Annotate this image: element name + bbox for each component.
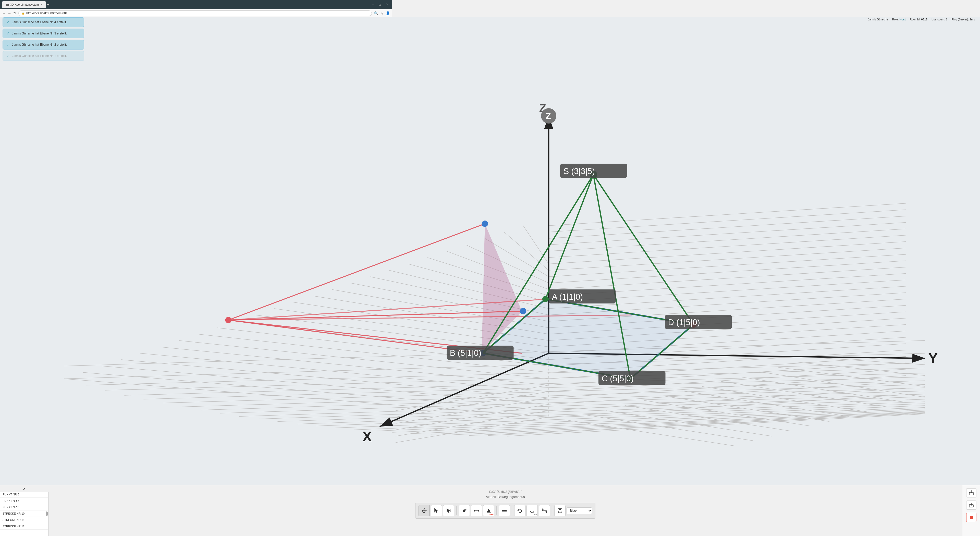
maximize-btn[interactable]: □ bbox=[377, 2, 382, 7]
minimize-btn[interactable]: ─ bbox=[370, 2, 375, 7]
notification-item: ✓ Jannis Günsche hat Ebene Nr. 4 erstell… bbox=[3, 17, 84, 27]
star-icon[interactable]: ☆ bbox=[380, 11, 383, 15]
grid-xy bbox=[64, 204, 392, 215]
notification-item: ✓ Jannis Günsche hat Ebene Nr. 2 erstell… bbox=[3, 40, 84, 49]
check-icon: ✓ bbox=[6, 20, 10, 24]
notifications-panel: ✓ Jannis Günsche hat Ebene Nr. 4 erstell… bbox=[3, 17, 84, 61]
notification-text: Jannis Günsche hat Ebene Nr. 1 erstellt. bbox=[12, 54, 67, 58]
browser-chrome: 🗃 3D-Koordinatensystem ✕ + ─ □ ✕ bbox=[0, 0, 392, 9]
notification-text: Jannis Günsche hat Ebene Nr. 2 erstellt. bbox=[12, 43, 67, 46]
new-tab-btn[interactable]: + bbox=[47, 2, 49, 7]
active-tab[interactable]: 🗃 3D-Koordinatensystem ✕ bbox=[2, 1, 46, 8]
tab-bar: 🗃 3D-Koordinatensystem ✕ + bbox=[2, 1, 369, 8]
check-icon: ✓ bbox=[6, 43, 10, 47]
check-icon: ✓ bbox=[6, 32, 10, 35]
address-icons: 🔍 ☆ 👤 bbox=[374, 11, 390, 15]
forward-btn[interactable]: → bbox=[8, 11, 11, 15]
refresh-btn[interactable]: ↻ bbox=[13, 11, 16, 15]
tab-close-btn[interactable]: ✕ bbox=[40, 3, 42, 6]
check-icon: ✓ bbox=[6, 54, 10, 58]
notification-text: Jannis Günsche hat Ebene Nr. 4 erstellt. bbox=[12, 21, 67, 24]
address-bar: ← → ↻ 🔒 http://localhost:3000/room/0815 … bbox=[0, 9, 392, 17]
notification-item: ✓ Jannis Günsche hat Ebene Nr. 3 erstell… bbox=[3, 29, 84, 38]
back-btn[interactable]: ← bbox=[2, 11, 6, 15]
user-icon[interactable]: 👤 bbox=[386, 11, 390, 15]
url-text: http://localhost:3000/room/0815 bbox=[26, 11, 69, 15]
browser-controls: ─ □ ✕ bbox=[370, 2, 390, 7]
search-icon[interactable]: 🔍 bbox=[374, 11, 378, 15]
close-btn[interactable]: ✕ bbox=[384, 2, 390, 7]
tab-title: 3D-Koordinatensystem bbox=[10, 3, 39, 6]
notification-item-faded: ✓ Jannis Günsche hat Ebene Nr. 1 erstell… bbox=[3, 51, 84, 61]
lock-icon: 🔒 bbox=[22, 12, 25, 14]
notification-text: Jannis Günsche hat Ebene Nr. 3 erstellt. bbox=[12, 32, 67, 35]
url-bar[interactable]: 🔒 http://localhost:3000/room/0815 bbox=[18, 11, 372, 16]
